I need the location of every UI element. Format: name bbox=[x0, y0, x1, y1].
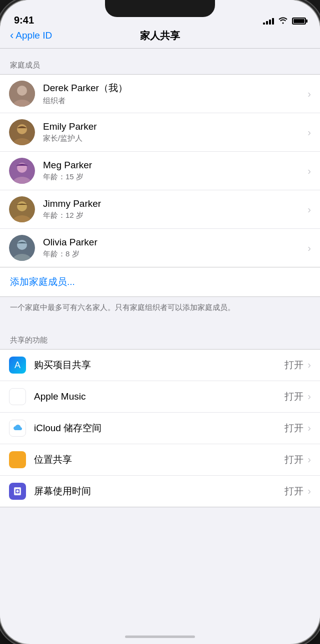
feature-item-location[interactable]: 👫 位置共享 打开 › bbox=[0, 444, 320, 476]
family-members-header: 家庭成员 bbox=[0, 49, 320, 74]
feature-status-icloud: 打开 bbox=[284, 422, 304, 435]
notch bbox=[105, 0, 215, 17]
chevron-right-icon: › bbox=[308, 422, 311, 434]
svg-point-1 bbox=[17, 86, 27, 96]
member-name: Meg Parker bbox=[43, 160, 308, 171]
feature-item-music[interactable]: 🎵 Apple Music 打开 › bbox=[0, 381, 320, 413]
member-role: 组织者 bbox=[43, 96, 308, 106]
chevron-right-icon: › bbox=[308, 88, 311, 100]
member-role: 家长/监护人 bbox=[43, 134, 308, 143]
shared-features-header: 共享的功能 bbox=[0, 324, 320, 349]
status-icons bbox=[263, 16, 306, 26]
svg-text:A: A bbox=[14, 360, 20, 370]
member-info: Emily Parker 家长/监护人 bbox=[43, 121, 308, 143]
back-button[interactable]: ‹ Apple ID bbox=[10, 30, 52, 41]
feature-status-screentime: 打开 bbox=[284, 485, 304, 498]
avatar-olivia bbox=[9, 235, 35, 261]
member-name: Olivia Parker bbox=[43, 237, 308, 248]
member-name: Emily Parker bbox=[43, 121, 308, 132]
back-label: Apple ID bbox=[16, 30, 52, 41]
chevron-right-icon: › bbox=[308, 359, 311, 371]
family-member-item[interactable]: Jimmy Parker 年龄：12 岁 › bbox=[0, 190, 320, 229]
avatar-meg bbox=[9, 158, 35, 184]
battery-icon bbox=[292, 18, 306, 25]
chevron-right-icon: › bbox=[308, 165, 311, 177]
family-member-item[interactable]: Emily Parker 家长/监护人 › bbox=[0, 113, 320, 152]
feature-name-music: Apple Music bbox=[34, 391, 284, 402]
chevron-right-icon: › bbox=[308, 127, 311, 138]
chevron-right-icon: › bbox=[308, 485, 311, 497]
feature-name-purchases: 购买项目共享 bbox=[34, 359, 284, 372]
avatar-derek bbox=[9, 81, 35, 107]
member-name: Derek Parker（我） bbox=[43, 82, 308, 95]
chevron-right-icon: › bbox=[308, 242, 311, 254]
chevron-left-icon: ‹ bbox=[10, 30, 14, 41]
chevron-right-icon: › bbox=[308, 391, 311, 402]
feature-name-icloud: iCloud 储存空间 bbox=[34, 422, 284, 435]
member-role: 年龄：12 岁 bbox=[43, 211, 308, 220]
page-title: 家人共享 bbox=[140, 29, 180, 43]
phone-frame: 9:41 bbox=[0, 0, 320, 644]
feature-status-purchases: 打开 bbox=[284, 359, 304, 372]
family-member-item[interactable]: Derek Parker（我） 组织者 › bbox=[0, 75, 320, 113]
add-member-button[interactable]: 添加家庭成员... bbox=[0, 267, 320, 296]
family-member-item[interactable]: Olivia Parker 年龄：8 岁 › bbox=[0, 229, 320, 267]
chevron-right-icon: › bbox=[308, 454, 311, 465]
bottom-padding bbox=[0, 507, 320, 527]
scroll-content[interactable]: 家庭成员 Derek Parker（我） 组织者 bbox=[0, 49, 320, 640]
signal-icon bbox=[263, 18, 274, 25]
svg-point-13 bbox=[17, 240, 27, 250]
feature-name-location: 位置共享 bbox=[34, 453, 284, 466]
avatar-emily bbox=[9, 119, 35, 145]
svg-point-4 bbox=[17, 124, 27, 134]
feature-status-music: 打开 bbox=[284, 390, 304, 403]
feature-item-purchases[interactable]: A 购买项目共享 打开 › bbox=[0, 350, 320, 381]
member-info: Meg Parker 年龄：15 岁 bbox=[43, 160, 308, 182]
icloud-icon bbox=[9, 420, 26, 437]
avatar-jimmy bbox=[9, 196, 35, 222]
member-info: Jimmy Parker 年龄：12 岁 bbox=[43, 198, 308, 220]
shared-features-list: A 购买项目共享 打开 › 🎵 Apple Music 打开 bbox=[0, 349, 320, 507]
feature-name-screentime: 屏幕使用时间 bbox=[34, 485, 284, 498]
member-role: 年龄：15 岁 bbox=[43, 172, 308, 182]
screentime-icon bbox=[9, 483, 26, 500]
wifi-icon bbox=[278, 16, 288, 26]
svg-text:👫: 👫 bbox=[12, 454, 23, 465]
svg-point-10 bbox=[17, 201, 27, 211]
svg-point-20 bbox=[16, 490, 19, 492]
family-members-list: Derek Parker（我） 组织者 › bbox=[0, 74, 320, 267]
apple-music-icon: 🎵 bbox=[9, 388, 26, 405]
family-info-text: 一个家庭中最多可有六名家人。只有家庭组织者可以添加家庭成员。 bbox=[0, 297, 320, 324]
svg-text:🎵: 🎵 bbox=[12, 391, 23, 402]
home-indicator bbox=[125, 635, 195, 638]
location-icon: 👫 bbox=[9, 451, 26, 468]
member-role: 年龄：8 岁 bbox=[43, 249, 308, 259]
feature-item-screentime[interactable]: 屏幕使用时间 打开 › bbox=[0, 476, 320, 507]
member-name: Jimmy Parker bbox=[43, 198, 308, 209]
member-info: Derek Parker（我） 组织者 bbox=[43, 82, 308, 106]
feature-status-location: 打开 bbox=[284, 453, 304, 466]
member-info: Olivia Parker 年龄：8 岁 bbox=[43, 237, 308, 259]
family-member-item[interactable]: Meg Parker 年龄：15 岁 › bbox=[0, 152, 320, 190]
chevron-right-icon: › bbox=[308, 204, 311, 215]
feature-item-icloud[interactable]: iCloud 储存空间 打开 › bbox=[0, 413, 320, 444]
app-store-icon: A bbox=[9, 357, 26, 374]
content-area: 9:41 bbox=[0, 0, 320, 644]
